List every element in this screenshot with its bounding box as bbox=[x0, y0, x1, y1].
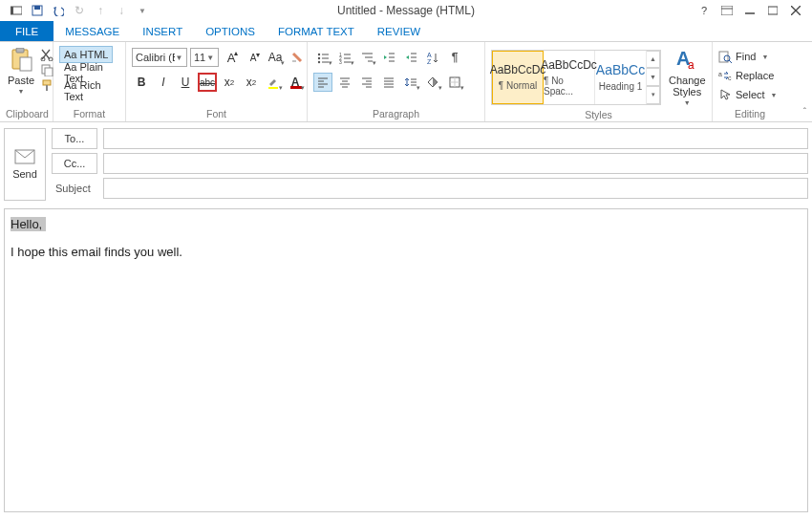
paste-button[interactable]: Paste ▼ bbox=[6, 46, 36, 97]
close-icon[interactable] bbox=[789, 4, 802, 17]
format-rich-button[interactable]: Aa Rich Text bbox=[59, 82, 119, 99]
justify-button[interactable] bbox=[379, 73, 398, 92]
clear-formatting-button[interactable] bbox=[288, 48, 307, 67]
chevron-down-icon[interactable]: ▼ bbox=[175, 54, 183, 62]
tab-review[interactable]: REVIEW bbox=[366, 21, 432, 41]
chevron-down-icon[interactable]: ▼ bbox=[761, 54, 768, 60]
compose-header: Send To... Cc... Subject bbox=[0, 122, 812, 205]
compose-fields: To... Cc... Subject bbox=[52, 128, 808, 201]
editing-group-label: Editing bbox=[718, 107, 781, 119]
change-case-button[interactable]: Aa▾ bbox=[266, 48, 285, 67]
style-no-spacing[interactable]: AaBbCcDc ¶ No Spac... bbox=[544, 51, 595, 104]
subscript-button[interactable]: x2 bbox=[220, 73, 239, 92]
redo-icon[interactable]: ↻ bbox=[73, 4, 86, 17]
svg-rect-12 bbox=[20, 57, 32, 71]
group-paragraph: ▾ 123▾ ▾ AZ ¶ ▾ ▾ ▾ Paragraph bbox=[308, 42, 485, 121]
to-button[interactable]: To... bbox=[52, 128, 97, 149]
highlight-color-button[interactable]: ▾ bbox=[264, 73, 283, 92]
svg-text:3: 3 bbox=[339, 59, 342, 64]
help-icon[interactable]: ? bbox=[697, 4, 711, 17]
svg-rect-11 bbox=[16, 48, 24, 53]
superscript-button[interactable]: x2 bbox=[242, 73, 261, 92]
collapse-ribbon-icon[interactable]: ˆ bbox=[803, 107, 806, 118]
style-normal[interactable]: AaBbCcDc ¶ Normal bbox=[492, 51, 544, 104]
paste-label: Paste bbox=[8, 75, 34, 86]
qat-dropdown-icon[interactable]: ▼ bbox=[136, 4, 149, 17]
svg-text:A: A bbox=[427, 52, 432, 58]
find-button[interactable]: Find ▼ bbox=[718, 48, 768, 65]
paste-dropdown-icon[interactable]: ▼ bbox=[18, 88, 25, 95]
style-scroll-down-icon[interactable]: ▼ bbox=[647, 68, 660, 86]
grow-font-button[interactable]: A▴ bbox=[222, 48, 241, 67]
undo-icon[interactable] bbox=[52, 4, 65, 17]
clipboard-group-label: Clipboard bbox=[6, 107, 47, 119]
increase-indent-button[interactable] bbox=[401, 48, 420, 67]
paragraph-group-label: Paragraph bbox=[313, 107, 479, 119]
tab-format-text[interactable]: FORMAT TEXT bbox=[267, 21, 366, 41]
select-button[interactable]: Select ▼ bbox=[718, 86, 778, 103]
tab-file[interactable]: FILE bbox=[0, 21, 53, 41]
font-color-button[interactable]: A▾ bbox=[286, 73, 305, 92]
cut-icon[interactable] bbox=[40, 48, 53, 61]
show-marks-button[interactable]: ¶ bbox=[445, 48, 464, 67]
tab-options[interactable]: OPTIONS bbox=[194, 21, 267, 41]
style-heading1[interactable]: AaBbCc Heading 1 bbox=[595, 51, 647, 104]
copy-icon[interactable] bbox=[40, 63, 53, 76]
numbering-button[interactable]: 123▾ bbox=[335, 48, 354, 67]
bullets-button[interactable]: ▾ bbox=[313, 48, 332, 67]
svg-rect-18 bbox=[46, 85, 48, 91]
ribbon-display-icon[interactable] bbox=[720, 4, 734, 17]
decrease-indent-button[interactable] bbox=[379, 48, 398, 67]
align-right-button[interactable] bbox=[357, 73, 376, 92]
align-left-button[interactable] bbox=[313, 73, 332, 92]
style-gallery-expand-icon[interactable]: ▾ bbox=[647, 86, 660, 104]
change-styles-button[interactable]: Aa Change Styles ▼ bbox=[667, 46, 708, 108]
to-input[interactable] bbox=[103, 128, 808, 149]
next-icon[interactable]: ↓ bbox=[115, 4, 128, 17]
multilevel-list-button[interactable]: ▾ bbox=[357, 48, 376, 67]
style-scroll-up-icon[interactable]: ▲ bbox=[647, 51, 660, 69]
body-line: I hope this email finds you well. bbox=[11, 245, 801, 259]
prev-icon[interactable]: ↑ bbox=[94, 4, 107, 17]
shading-button[interactable]: ▾ bbox=[423, 73, 442, 92]
chevron-down-icon[interactable]: ▼ bbox=[684, 99, 691, 106]
line-spacing-button[interactable]: ▾ bbox=[401, 73, 420, 92]
svg-text:Z: Z bbox=[427, 58, 432, 64]
svg-rect-19 bbox=[268, 87, 278, 89]
sort-button[interactable]: AZ bbox=[423, 48, 442, 67]
tab-insert[interactable]: INSERT bbox=[131, 21, 194, 41]
strikethrough-button[interactable]: abc bbox=[198, 73, 217, 92]
tab-message[interactable]: MESSAGE bbox=[53, 21, 131, 41]
select-icon bbox=[718, 88, 732, 101]
font-name-combo[interactable]: Calibri (B▼ bbox=[132, 48, 187, 67]
chevron-down-icon[interactable]: ▼ bbox=[771, 92, 778, 98]
message-body[interactable]: Hello, I hope this email finds you well. bbox=[4, 208, 808, 512]
minimize-icon[interactable] bbox=[743, 4, 757, 17]
save-icon[interactable] bbox=[31, 4, 44, 17]
chevron-down-icon[interactable]: ▼ bbox=[205, 54, 215, 62]
find-icon bbox=[718, 50, 732, 63]
underline-button[interactable]: U bbox=[176, 73, 195, 92]
format-painter-icon[interactable] bbox=[40, 78, 53, 92]
title-bar: ↻ ↑ ↓ ▼ Untitled - Message (HTML) ? bbox=[0, 0, 812, 21]
shrink-font-button[interactable]: A▾ bbox=[244, 48, 263, 67]
svg-rect-7 bbox=[768, 7, 778, 14]
svg-text:a: a bbox=[688, 58, 694, 72]
subject-input[interactable] bbox=[103, 178, 808, 199]
align-center-button[interactable] bbox=[335, 73, 354, 92]
font-size-combo[interactable]: 11▼ bbox=[190, 48, 219, 67]
italic-button[interactable]: I bbox=[154, 73, 173, 92]
app-icon[interactable] bbox=[10, 4, 23, 17]
send-button[interactable]: Send bbox=[4, 128, 46, 201]
borders-button[interactable]: ▾ bbox=[445, 73, 464, 92]
group-clipboard: Paste ▼ Clipboard bbox=[0, 42, 53, 121]
bold-button[interactable]: B bbox=[132, 73, 151, 92]
svg-rect-1 bbox=[11, 7, 13, 14]
cc-button[interactable]: Cc... bbox=[52, 153, 97, 174]
replace-button[interactable]: ac Replace bbox=[718, 67, 774, 84]
cc-input[interactable] bbox=[103, 153, 808, 174]
svg-point-23 bbox=[318, 57, 320, 59]
ribbon-tabs: FILE MESSAGE INSERT OPTIONS FORMAT TEXT … bbox=[0, 21, 812, 42]
style-gallery: AaBbCcDc ¶ Normal AaBbCcDc ¶ No Spac... … bbox=[491, 50, 661, 105]
maximize-icon[interactable] bbox=[766, 4, 780, 17]
